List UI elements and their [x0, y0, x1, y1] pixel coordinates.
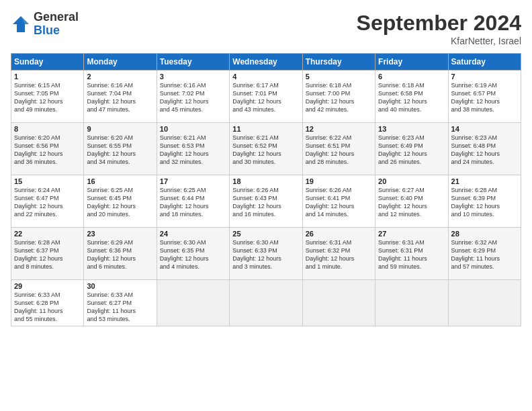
- day-number: 16: [87, 177, 153, 185]
- day-info: Sunrise: 6:25 AM: [160, 186, 226, 194]
- day-info: Sunset: 6:37 PM: [14, 246, 81, 255]
- day-info: Sunrise: 6:17 AM: [232, 81, 299, 89]
- day-info: and 10 minutes.: [451, 210, 518, 218]
- calendar-body: 1Sunrise: 6:15 AMSunset: 7:05 PMDaylight…: [11, 71, 521, 326]
- day-number: 3: [160, 73, 226, 81]
- day-number: 30: [87, 282, 153, 290]
- header-friday: Friday: [375, 54, 448, 71]
- day-number: 1: [14, 73, 81, 81]
- day-info: Sunset: 6:47 PM: [14, 194, 81, 202]
- day-info: Sunrise: 6:28 AM: [451, 186, 518, 194]
- day-info: Daylight: 11 hours: [87, 307, 153, 315]
- day-number: 24: [160, 230, 226, 238]
- day-info: Daylight: 12 hours: [14, 202, 81, 210]
- day-info: Daylight: 12 hours: [160, 97, 226, 105]
- day-number: 13: [378, 125, 445, 133]
- day-info: and 38 minutes.: [451, 105, 518, 113]
- header-wednesday: Wednesday: [230, 54, 302, 71]
- day-info: Sunset: 6:39 PM: [451, 194, 518, 202]
- table-row: [375, 280, 448, 326]
- day-info: Daylight: 12 hours: [160, 150, 226, 158]
- table-row: 5Sunrise: 6:18 AMSunset: 7:00 PMDaylight…: [302, 71, 375, 123]
- header-monday: Monday: [84, 54, 157, 71]
- table-row: 26Sunrise: 6:31 AMSunset: 6:32 PMDayligh…: [302, 228, 375, 280]
- day-info: Sunset: 6:56 PM: [14, 142, 81, 150]
- day-number: 29: [14, 282, 81, 290]
- header-tuesday: Tuesday: [157, 54, 229, 71]
- table-row: 16Sunrise: 6:25 AMSunset: 6:45 PMDayligh…: [84, 175, 157, 228]
- day-info: Sunrise: 6:26 AM: [306, 186, 372, 194]
- day-info: Daylight: 12 hours: [306, 255, 372, 263]
- day-info: Sunset: 6:51 PM: [306, 142, 372, 150]
- day-info: and 30 minutes.: [232, 158, 299, 166]
- day-info: and 53 minutes.: [87, 315, 153, 323]
- day-info: Daylight: 12 hours: [87, 255, 153, 263]
- day-info: Daylight: 12 hours: [87, 97, 153, 105]
- day-info: Sunrise: 6:29 AM: [87, 238, 153, 246]
- logo-general: General: [34, 11, 79, 24]
- day-info: Sunrise: 6:26 AM: [232, 186, 299, 194]
- calendar-container: General Blue September 2024 KfarNetter, …: [0, 0, 532, 411]
- day-info: and 4 minutes.: [160, 263, 226, 271]
- day-info: Daylight: 12 hours: [451, 202, 518, 210]
- day-info: Sunset: 6:40 PM: [378, 194, 445, 202]
- day-number: 4: [232, 73, 299, 81]
- day-info: Daylight: 12 hours: [87, 150, 153, 158]
- day-info: Daylight: 11 hours: [451, 255, 518, 263]
- day-info: Sunrise: 6:18 AM: [306, 81, 372, 89]
- month-title: September 2024: [357, 11, 521, 36]
- day-number: 22: [14, 230, 81, 238]
- table-row: 23Sunrise: 6:29 AMSunset: 6:36 PMDayligh…: [84, 228, 157, 280]
- table-row: 1Sunrise: 6:15 AMSunset: 7:05 PMDaylight…: [11, 71, 84, 123]
- table-row: 2Sunrise: 6:16 AMSunset: 7:04 PMDaylight…: [84, 71, 157, 123]
- logo: General Blue: [11, 11, 79, 38]
- table-row: 4Sunrise: 6:17 AMSunset: 7:01 PMDaylight…: [230, 71, 302, 123]
- day-number: 18: [232, 177, 299, 185]
- day-info: Sunrise: 6:21 AM: [160, 134, 226, 142]
- day-info: Sunrise: 6:23 AM: [378, 134, 445, 142]
- day-info: Daylight: 12 hours: [232, 150, 299, 158]
- day-info: Sunset: 6:55 PM: [87, 142, 153, 150]
- day-info: Sunset: 6:44 PM: [160, 194, 226, 202]
- day-info: Daylight: 12 hours: [378, 202, 445, 210]
- table-row: 18Sunrise: 6:26 AMSunset: 6:43 PMDayligh…: [230, 175, 302, 228]
- day-info: Sunrise: 6:16 AM: [87, 81, 153, 89]
- day-info: Sunset: 7:02 PM: [160, 89, 226, 97]
- day-info: and 42 minutes.: [306, 105, 372, 113]
- day-info: Daylight: 12 hours: [306, 97, 372, 105]
- logo-text: General Blue: [34, 11, 79, 38]
- day-info: Daylight: 12 hours: [232, 255, 299, 263]
- day-info: and 18 minutes.: [160, 210, 226, 218]
- table-row: 25Sunrise: 6:30 AMSunset: 6:33 PMDayligh…: [230, 228, 302, 280]
- table-row: 24Sunrise: 6:30 AMSunset: 6:35 PMDayligh…: [157, 228, 229, 280]
- day-info: and 32 minutes.: [160, 158, 226, 166]
- day-info: Sunset: 6:58 PM: [378, 89, 445, 97]
- header-saturday: Saturday: [448, 54, 521, 71]
- day-number: 8: [14, 125, 81, 133]
- logo-icon: [11, 14, 31, 34]
- day-info: and 14 minutes.: [306, 210, 372, 218]
- day-info: Sunrise: 6:30 AM: [160, 238, 226, 246]
- day-number: 26: [306, 230, 372, 238]
- day-info: and 8 minutes.: [14, 263, 81, 271]
- day-info: Daylight: 12 hours: [378, 150, 445, 158]
- day-info: and 28 minutes.: [306, 158, 372, 166]
- day-info: and 43 minutes.: [232, 105, 299, 113]
- table-row: 19Sunrise: 6:26 AMSunset: 6:41 PMDayligh…: [302, 175, 375, 228]
- day-info: and 24 minutes.: [451, 158, 518, 166]
- table-row: 28Sunrise: 6:32 AMSunset: 6:29 PMDayligh…: [448, 228, 521, 280]
- table-row: 9Sunrise: 6:20 AMSunset: 6:55 PMDaylight…: [84, 123, 157, 175]
- day-number: 12: [306, 125, 372, 133]
- table-row: 30Sunrise: 6:33 AMSunset: 6:27 PMDayligh…: [84, 280, 157, 326]
- day-info: Sunrise: 6:33 AM: [14, 291, 81, 299]
- day-info: Sunset: 7:00 PM: [306, 89, 372, 97]
- day-info: Daylight: 12 hours: [14, 97, 81, 105]
- day-info: and 20 minutes.: [87, 210, 153, 218]
- day-info: Sunrise: 6:18 AM: [378, 81, 445, 89]
- day-info: Sunrise: 6:23 AM: [451, 134, 518, 142]
- day-info: and 16 minutes.: [232, 210, 299, 218]
- day-info: Sunrise: 6:19 AM: [451, 81, 518, 89]
- table-row: 29Sunrise: 6:33 AMSunset: 6:28 PMDayligh…: [11, 280, 84, 326]
- day-number: 9: [87, 125, 153, 133]
- header-sunday: Sunday: [11, 54, 84, 71]
